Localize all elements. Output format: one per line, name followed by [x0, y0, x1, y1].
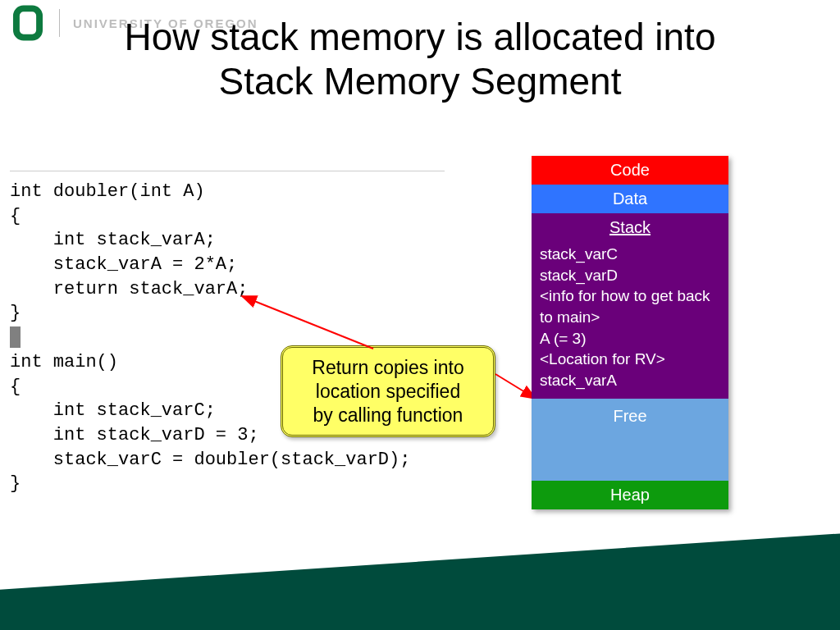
- code-line: stack_varC = doubler(stack_varD);: [10, 450, 410, 470]
- stack-item: stack_varA: [540, 370, 720, 391]
- code-line: return stack_varA;: [10, 279, 248, 299]
- code-line: }: [10, 473, 21, 494]
- segment-free: Free: [532, 399, 728, 481]
- footer-decoration: [0, 532, 840, 630]
- stack-item: <info for how to get back to main>: [540, 285, 720, 327]
- stack-item: stack_varC: [540, 244, 720, 265]
- code-line: }: [10, 303, 21, 323]
- code-line: int stack_varC;: [10, 400, 216, 421]
- title-line-2: Stack Memory Segment: [219, 60, 622, 103]
- segment-heap: Heap: [532, 481, 728, 509]
- code-line: int doubler(int A): [10, 181, 205, 202]
- code-line: int stack_varA;: [10, 230, 216, 250]
- annotation-callout: Return copies into location specified by…: [281, 345, 495, 437]
- callout-line: by calling function: [313, 404, 463, 426]
- segment-stack-body: stack_varC stack_varD <info for how to g…: [532, 240, 728, 399]
- segment-free-label: Free: [613, 407, 646, 426]
- slide-title: How stack memory is allocated into Stack…: [0, 15, 840, 104]
- stack-item: A (= 3): [540, 328, 720, 349]
- segment-stack-header: Stack: [532, 213, 728, 240]
- segment-code: Code: [532, 156, 728, 185]
- callout-line: location specified: [316, 381, 460, 402]
- code-line: stack_varA = 2*A;: [10, 254, 237, 275]
- stack-item: stack_varD: [540, 265, 720, 286]
- code-line: {: [10, 206, 21, 226]
- callout-line: Return copies into: [312, 357, 463, 378]
- segment-data: Data: [532, 185, 728, 213]
- stack-item: <Location for RV>: [540, 349, 720, 370]
- code-line: {: [10, 377, 21, 397]
- code-line: int stack_varD = 3;: [10, 425, 259, 445]
- code-line: int main(): [10, 352, 118, 372]
- code-listing: int doubler(int A) { int stack_varA; sta…: [10, 171, 445, 496]
- text-cursor-icon: [10, 326, 21, 348]
- memory-layout-diagram: Code Data Stack stack_varC stack_varD <i…: [532, 156, 728, 509]
- title-line-1: How stack memory is allocated into: [125, 16, 716, 58]
- svg-line-4: [495, 374, 536, 399]
